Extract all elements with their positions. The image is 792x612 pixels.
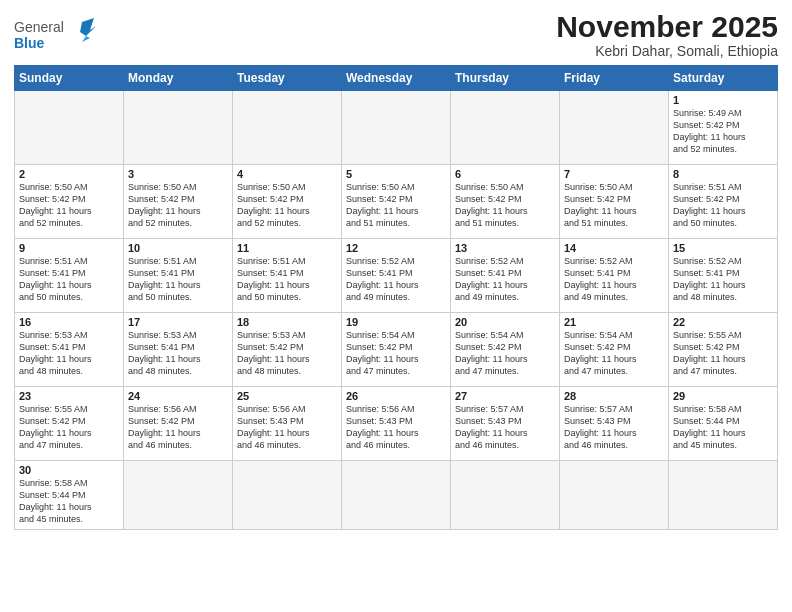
svg-marker-2 <box>80 18 96 36</box>
calendar-cell: 25Sunrise: 5:56 AM Sunset: 5:43 PM Dayli… <box>233 387 342 461</box>
header: General Blue November 2025 Kebri Dahar, … <box>14 10 778 59</box>
day-info: Sunrise: 5:52 AM Sunset: 5:41 PM Dayligh… <box>673 255 773 304</box>
day-number: 8 <box>673 168 773 180</box>
day-number: 9 <box>19 242 119 254</box>
day-number: 13 <box>455 242 555 254</box>
day-info: Sunrise: 5:54 AM Sunset: 5:42 PM Dayligh… <box>455 329 555 378</box>
day-number: 12 <box>346 242 446 254</box>
calendar-cell <box>124 461 233 530</box>
calendar-cell <box>233 461 342 530</box>
calendar-cell: 11Sunrise: 5:51 AM Sunset: 5:41 PM Dayli… <box>233 239 342 313</box>
title-block: November 2025 Kebri Dahar, Somali, Ethio… <box>556 10 778 59</box>
weekday-saturday: Saturday <box>669 66 778 91</box>
day-number: 7 <box>564 168 664 180</box>
day-info: Sunrise: 5:50 AM Sunset: 5:42 PM Dayligh… <box>455 181 555 230</box>
day-info: Sunrise: 5:52 AM Sunset: 5:41 PM Dayligh… <box>346 255 446 304</box>
day-number: 25 <box>237 390 337 402</box>
calendar-cell <box>451 91 560 165</box>
calendar-cell: 10Sunrise: 5:51 AM Sunset: 5:41 PM Dayli… <box>124 239 233 313</box>
weekday-thursday: Thursday <box>451 66 560 91</box>
calendar-week-5: 23Sunrise: 5:55 AM Sunset: 5:42 PM Dayli… <box>15 387 778 461</box>
calendar-cell: 6Sunrise: 5:50 AM Sunset: 5:42 PM Daylig… <box>451 165 560 239</box>
calendar-cell: 3Sunrise: 5:50 AM Sunset: 5:42 PM Daylig… <box>124 165 233 239</box>
day-info: Sunrise: 5:49 AM Sunset: 5:42 PM Dayligh… <box>673 107 773 156</box>
day-info: Sunrise: 5:54 AM Sunset: 5:42 PM Dayligh… <box>564 329 664 378</box>
calendar-cell: 23Sunrise: 5:55 AM Sunset: 5:42 PM Dayli… <box>15 387 124 461</box>
day-number: 28 <box>564 390 664 402</box>
day-number: 26 <box>346 390 446 402</box>
day-info: Sunrise: 5:58 AM Sunset: 5:44 PM Dayligh… <box>19 477 119 526</box>
day-info: Sunrise: 5:52 AM Sunset: 5:41 PM Dayligh… <box>564 255 664 304</box>
calendar-cell <box>560 91 669 165</box>
calendar-cell <box>233 91 342 165</box>
calendar-body: 1Sunrise: 5:49 AM Sunset: 5:42 PM Daylig… <box>15 91 778 530</box>
calendar-cell: 21Sunrise: 5:54 AM Sunset: 5:42 PM Dayli… <box>560 313 669 387</box>
calendar-cell: 16Sunrise: 5:53 AM Sunset: 5:41 PM Dayli… <box>15 313 124 387</box>
calendar-cell: 30Sunrise: 5:58 AM Sunset: 5:44 PM Dayli… <box>15 461 124 530</box>
calendar-week-6: 30Sunrise: 5:58 AM Sunset: 5:44 PM Dayli… <box>15 461 778 530</box>
calendar-week-3: 9Sunrise: 5:51 AM Sunset: 5:41 PM Daylig… <box>15 239 778 313</box>
day-number: 30 <box>19 464 119 476</box>
calendar-cell: 28Sunrise: 5:57 AM Sunset: 5:43 PM Dayli… <box>560 387 669 461</box>
calendar-cell <box>560 461 669 530</box>
day-info: Sunrise: 5:52 AM Sunset: 5:41 PM Dayligh… <box>455 255 555 304</box>
day-info: Sunrise: 5:51 AM Sunset: 5:42 PM Dayligh… <box>673 181 773 230</box>
calendar-cell: 29Sunrise: 5:58 AM Sunset: 5:44 PM Dayli… <box>669 387 778 461</box>
calendar-week-2: 2Sunrise: 5:50 AM Sunset: 5:42 PM Daylig… <box>15 165 778 239</box>
day-number: 19 <box>346 316 446 328</box>
location: Kebri Dahar, Somali, Ethiopia <box>556 43 778 59</box>
day-number: 1 <box>673 94 773 106</box>
calendar-cell: 1Sunrise: 5:49 AM Sunset: 5:42 PM Daylig… <box>669 91 778 165</box>
calendar-cell: 17Sunrise: 5:53 AM Sunset: 5:41 PM Dayli… <box>124 313 233 387</box>
calendar-cell: 20Sunrise: 5:54 AM Sunset: 5:42 PM Dayli… <box>451 313 560 387</box>
weekday-tuesday: Tuesday <box>233 66 342 91</box>
day-number: 15 <box>673 242 773 254</box>
day-info: Sunrise: 5:53 AM Sunset: 5:42 PM Dayligh… <box>237 329 337 378</box>
day-number: 20 <box>455 316 555 328</box>
calendar-cell: 7Sunrise: 5:50 AM Sunset: 5:42 PM Daylig… <box>560 165 669 239</box>
svg-text:Blue: Blue <box>14 35 45 51</box>
calendar-cell: 5Sunrise: 5:50 AM Sunset: 5:42 PM Daylig… <box>342 165 451 239</box>
day-number: 16 <box>19 316 119 328</box>
day-number: 6 <box>455 168 555 180</box>
calendar-cell: 24Sunrise: 5:56 AM Sunset: 5:42 PM Dayli… <box>124 387 233 461</box>
day-info: Sunrise: 5:58 AM Sunset: 5:44 PM Dayligh… <box>673 403 773 452</box>
calendar-cell: 2Sunrise: 5:50 AM Sunset: 5:42 PM Daylig… <box>15 165 124 239</box>
day-info: Sunrise: 5:57 AM Sunset: 5:43 PM Dayligh… <box>455 403 555 452</box>
calendar-cell: 4Sunrise: 5:50 AM Sunset: 5:42 PM Daylig… <box>233 165 342 239</box>
calendar-cell <box>669 461 778 530</box>
weekday-friday: Friday <box>560 66 669 91</box>
calendar-cell <box>342 461 451 530</box>
svg-marker-3 <box>82 36 90 42</box>
page: General Blue November 2025 Kebri Dahar, … <box>0 0 792 612</box>
day-info: Sunrise: 5:55 AM Sunset: 5:42 PM Dayligh… <box>19 403 119 452</box>
day-info: Sunrise: 5:50 AM Sunset: 5:42 PM Dayligh… <box>128 181 228 230</box>
calendar-cell <box>15 91 124 165</box>
day-info: Sunrise: 5:50 AM Sunset: 5:42 PM Dayligh… <box>564 181 664 230</box>
calendar-cell: 18Sunrise: 5:53 AM Sunset: 5:42 PM Dayli… <box>233 313 342 387</box>
day-number: 10 <box>128 242 228 254</box>
day-number: 2 <box>19 168 119 180</box>
day-number: 3 <box>128 168 228 180</box>
calendar-week-4: 16Sunrise: 5:53 AM Sunset: 5:41 PM Dayli… <box>15 313 778 387</box>
day-info: Sunrise: 5:51 AM Sunset: 5:41 PM Dayligh… <box>19 255 119 304</box>
day-number: 4 <box>237 168 337 180</box>
day-number: 29 <box>673 390 773 402</box>
day-info: Sunrise: 5:56 AM Sunset: 5:42 PM Dayligh… <box>128 403 228 452</box>
calendar-cell: 12Sunrise: 5:52 AM Sunset: 5:41 PM Dayli… <box>342 239 451 313</box>
svg-text:General: General <box>14 19 64 35</box>
weekday-monday: Monday <box>124 66 233 91</box>
day-info: Sunrise: 5:50 AM Sunset: 5:42 PM Dayligh… <box>346 181 446 230</box>
day-number: 11 <box>237 242 337 254</box>
day-number: 27 <box>455 390 555 402</box>
calendar-cell <box>451 461 560 530</box>
calendar-cell: 14Sunrise: 5:52 AM Sunset: 5:41 PM Dayli… <box>560 239 669 313</box>
day-info: Sunrise: 5:50 AM Sunset: 5:42 PM Dayligh… <box>237 181 337 230</box>
calendar-cell <box>124 91 233 165</box>
day-number: 22 <box>673 316 773 328</box>
weekday-header: SundayMondayTuesdayWednesdayThursdayFrid… <box>15 66 778 91</box>
calendar: SundayMondayTuesdayWednesdayThursdayFrid… <box>14 65 778 530</box>
calendar-cell: 13Sunrise: 5:52 AM Sunset: 5:41 PM Dayli… <box>451 239 560 313</box>
calendar-cell: 26Sunrise: 5:56 AM Sunset: 5:43 PM Dayli… <box>342 387 451 461</box>
calendar-cell: 15Sunrise: 5:52 AM Sunset: 5:41 PM Dayli… <box>669 239 778 313</box>
